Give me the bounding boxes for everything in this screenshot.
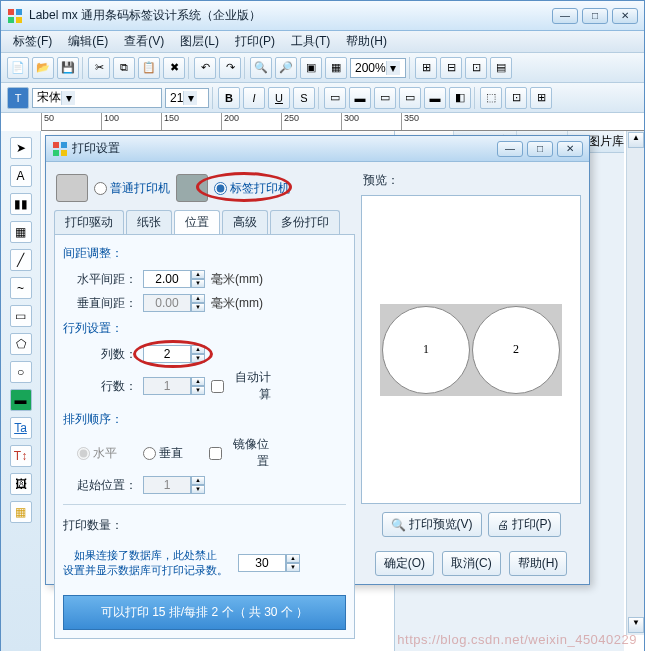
paste-icon[interactable]: 📋 xyxy=(138,57,160,79)
print-button[interactable]: 🖨打印(P) xyxy=(488,512,561,537)
spin-up-icon[interactable]: ▲ xyxy=(286,554,300,563)
count-spinner[interactable]: ▲▼ xyxy=(238,554,300,572)
bold-button[interactable]: B xyxy=(218,87,240,109)
spin-up-icon[interactable]: ▲ xyxy=(191,476,205,485)
text2-tool-icon[interactable]: Ta xyxy=(10,417,32,439)
radio-vertical[interactable]: 垂直 xyxy=(143,445,203,462)
menu-view[interactable]: 查看(V) xyxy=(116,31,172,52)
rows-spinner[interactable]: ▲▼ xyxy=(143,377,205,395)
tab-paper[interactable]: 纸张 xyxy=(126,210,172,234)
qr-tool-icon[interactable]: ▦ xyxy=(10,221,32,243)
tool-icon[interactable]: ⊡ xyxy=(465,57,487,79)
open-icon[interactable]: 📂 xyxy=(32,57,54,79)
menu-tool[interactable]: 工具(T) xyxy=(283,31,338,52)
maximize-button[interactable]: □ xyxy=(582,8,608,24)
vspace-spinner[interactable]: ▲▼ xyxy=(143,294,205,312)
align-icon[interactable]: ▭ xyxy=(374,87,396,109)
vtext-tool-icon[interactable]: T↕ xyxy=(10,445,32,467)
autocalc-checkbox[interactable]: 自动计算 xyxy=(211,369,271,403)
align-icon[interactable]: ▭ xyxy=(399,87,421,109)
radio-label-printer[interactable]: 标签打印机 xyxy=(214,180,290,197)
zoomout-icon[interactable]: 🔎 xyxy=(275,57,297,79)
menu-edit[interactable]: 编辑(E) xyxy=(60,31,116,52)
tab-driver[interactable]: 打印驱动 xyxy=(54,210,124,234)
chevron-down-icon[interactable]: ▾ xyxy=(183,91,197,105)
arrange-icon[interactable]: ⬚ xyxy=(480,87,502,109)
align-icon[interactable]: ▭ xyxy=(324,87,346,109)
menu-help[interactable]: 帮助(H) xyxy=(338,31,395,52)
spin-up-icon[interactable]: ▲ xyxy=(191,377,205,386)
align-icon[interactable]: ▬ xyxy=(424,87,446,109)
arrange-icon[interactable]: ⊞ xyxy=(530,87,552,109)
spin-up-icon[interactable]: ▲ xyxy=(191,345,205,354)
strike-button[interactable]: S xyxy=(293,87,315,109)
redo-icon[interactable]: ↷ xyxy=(219,57,241,79)
line-tool-icon[interactable]: ╱ xyxy=(10,249,32,271)
tab-advanced[interactable]: 高级 xyxy=(222,210,268,234)
text-tool-icon[interactable]: T xyxy=(7,87,29,109)
cols-input[interactable] xyxy=(143,345,191,363)
scroll-down-icon[interactable]: ▼ xyxy=(628,617,644,633)
hspace-spinner[interactable]: ▲▼ xyxy=(143,270,205,288)
font-combo[interactable]: 宋体▾ xyxy=(32,88,162,108)
curve-tool-icon[interactable]: ~ xyxy=(10,277,32,299)
vspace-input[interactable] xyxy=(143,294,191,312)
tool-icon[interactable]: ⊟ xyxy=(440,57,462,79)
text-tool-icon[interactable]: A xyxy=(10,165,32,187)
table-tool-icon[interactable]: ▦ xyxy=(10,501,32,523)
spin-up-icon[interactable]: ▲ xyxy=(191,270,205,279)
count-input[interactable] xyxy=(238,554,286,572)
arrange-icon[interactable]: ⊡ xyxy=(505,87,527,109)
image-tool-icon[interactable]: 🖼 xyxy=(10,473,32,495)
scrollbar-vertical[interactable]: ▲ ▼ xyxy=(626,131,644,635)
chevron-down-icon[interactable]: ▾ xyxy=(386,61,400,75)
rows-input[interactable] xyxy=(143,377,191,395)
fit-icon[interactable]: ▣ xyxy=(300,57,322,79)
help-button[interactable]: 帮助(H) xyxy=(509,551,568,576)
fill-tool-icon[interactable]: ▬ xyxy=(10,389,32,411)
spin-up-icon[interactable]: ▲ xyxy=(191,294,205,303)
tool-icon[interactable]: ⊞ xyxy=(415,57,437,79)
close-button[interactable]: ✕ xyxy=(612,8,638,24)
preview-button[interactable]: 🔍打印预览(V) xyxy=(382,512,482,537)
scroll-up-icon[interactable]: ▲ xyxy=(628,132,644,148)
fontsize-combo[interactable]: 21▾ xyxy=(165,88,209,108)
spin-down-icon[interactable]: ▼ xyxy=(191,303,205,312)
dialog-maximize-button[interactable]: □ xyxy=(527,141,553,157)
cut-icon[interactable]: ✂ xyxy=(88,57,110,79)
rect-tool-icon[interactable]: ▭ xyxy=(10,305,32,327)
zoomin-icon[interactable]: 🔍 xyxy=(250,57,272,79)
new-icon[interactable]: 📄 xyxy=(7,57,29,79)
barcode-tool-icon[interactable]: ▮▮ xyxy=(10,193,32,215)
chevron-down-icon[interactable]: ▾ xyxy=(61,91,75,105)
copy-icon[interactable]: ⧉ xyxy=(113,57,135,79)
italic-button[interactable]: I xyxy=(243,87,265,109)
align-icon[interactable]: ▬ xyxy=(349,87,371,109)
spin-down-icon[interactable]: ▼ xyxy=(191,354,205,363)
spin-down-icon[interactable]: ▼ xyxy=(286,563,300,572)
tab-multi[interactable]: 多份打印 xyxy=(270,210,340,234)
save-icon[interactable]: 💾 xyxy=(57,57,79,79)
radio-horizontal[interactable]: 水平 xyxy=(77,445,137,462)
ellipse-tool-icon[interactable]: ○ xyxy=(10,361,32,383)
tool-icon[interactable]: ▤ xyxy=(490,57,512,79)
start-spinner[interactable]: ▲▼ xyxy=(143,476,205,494)
menu-file[interactable]: 标签(F) xyxy=(5,31,60,52)
undo-icon[interactable]: ↶ xyxy=(194,57,216,79)
tab-position[interactable]: 位置 xyxy=(174,210,220,234)
cancel-button[interactable]: 取消(C) xyxy=(442,551,501,576)
spin-down-icon[interactable]: ▼ xyxy=(191,386,205,395)
delete-icon[interactable]: ✖ xyxy=(163,57,185,79)
polygon-tool-icon[interactable]: ⬠ xyxy=(10,333,32,355)
zoom-combo[interactable]: 200%▾ xyxy=(350,58,406,78)
color-icon[interactable]: ◧ xyxy=(449,87,471,109)
grid-icon[interactable]: ▦ xyxy=(325,57,347,79)
cols-spinner[interactable]: ▲▼ xyxy=(143,345,205,363)
spin-down-icon[interactable]: ▼ xyxy=(191,279,205,288)
spin-down-icon[interactable]: ▼ xyxy=(191,485,205,494)
underline-button[interactable]: U xyxy=(268,87,290,109)
start-input[interactable] xyxy=(143,476,191,494)
hspace-input[interactable] xyxy=(143,270,191,288)
dialog-close-button[interactable]: ✕ xyxy=(557,141,583,157)
pointer-tool-icon[interactable]: ➤ xyxy=(10,137,32,159)
